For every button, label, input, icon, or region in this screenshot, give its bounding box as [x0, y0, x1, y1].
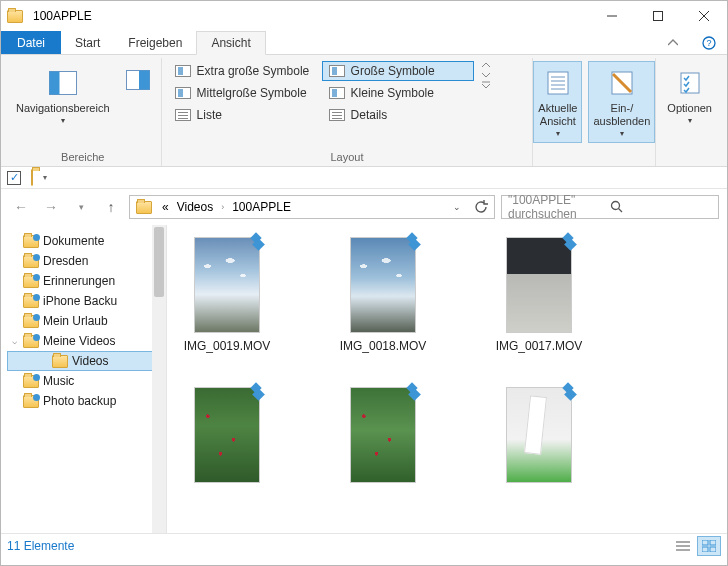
title-bar: 100APPLE	[1, 1, 727, 31]
tree-item-label: Music	[43, 374, 74, 388]
folder-icon	[23, 295, 39, 308]
tree-item[interactable]: Dokumente	[7, 231, 166, 251]
file-item[interactable]: IMG_0018.MOV	[335, 237, 431, 353]
layout-option-medium[interactable]: Mittelgroße Symbole	[168, 83, 320, 103]
tree-item[interactable]: Videos	[7, 351, 166, 371]
refresh-icon	[474, 200, 488, 214]
maximize-button[interactable]	[635, 1, 681, 31]
ribbon-collapse-button[interactable]	[655, 31, 691, 54]
file-item[interactable]: IMG_0019.MOV	[179, 237, 275, 353]
file-name: IMG_0017.MOV	[496, 339, 583, 353]
file-thumbnail	[506, 237, 572, 333]
layout-option-list[interactable]: Liste	[168, 105, 320, 125]
show-hide-button[interactable]: Ein-/ ausblenden ▾	[588, 61, 655, 143]
tree-item[interactable]: Mein Urlaub	[7, 311, 166, 331]
file-name: IMG_0019.MOV	[184, 339, 271, 353]
address-dropdown-button[interactable]: ⌄	[446, 196, 468, 218]
file-name: IMG_0018.MOV	[340, 339, 427, 353]
layout-option-details[interactable]: Details	[322, 105, 474, 125]
scroll-up-icon[interactable]	[480, 61, 492, 69]
tree-scrollbar[interactable]	[152, 225, 166, 533]
layout-option-small[interactable]: Kleine Symbole	[322, 83, 474, 103]
chevron-down-icon[interactable]: ▾	[43, 173, 47, 182]
details-view-icon	[676, 540, 690, 552]
preview-pane-button[interactable]	[121, 61, 155, 95]
address-row: ← → ▾ ↑ « Videos › 100APPLE ⌄ "100APPLE"…	[1, 189, 727, 225]
file-thumbnail	[506, 387, 572, 483]
help-button[interactable]: ?	[691, 31, 727, 54]
close-button[interactable]	[681, 1, 727, 31]
main-area: DokumenteDresdenErinnerungeniPhone Backu…	[1, 225, 727, 533]
current-view-button[interactable]: Aktuelle Ansicht ▾	[533, 61, 582, 143]
details-view-button[interactable]	[671, 536, 695, 556]
tree-item-label: Meine Videos	[43, 334, 116, 348]
tree-item[interactable]: Photo backup	[7, 391, 166, 411]
forward-button[interactable]: →	[39, 195, 63, 219]
file-view[interactable]: IMG_0019.MOVIMG_0018.MOVIMG_0017.MOV	[167, 225, 727, 533]
compressed-badge-icon	[247, 234, 263, 250]
folder-icon	[52, 355, 68, 368]
svg-rect-18	[681, 73, 699, 93]
show-hide-label: Ein-/ ausblenden	[593, 102, 650, 128]
select-all-checkbox[interactable]: ✓	[7, 171, 21, 185]
refresh-button[interactable]	[470, 196, 492, 218]
scroll-down-icon[interactable]	[480, 71, 492, 79]
folder-icon	[23, 395, 39, 408]
tab-file[interactable]: Datei	[1, 31, 61, 54]
breadcrumb-videos[interactable]: Videos	[175, 200, 215, 214]
up-button[interactable]: ↑	[99, 195, 123, 219]
layout-option-large[interactable]: Große Symbole	[322, 61, 474, 81]
navigation-tree[interactable]: DokumenteDresdenErinnerungeniPhone Backu…	[1, 225, 167, 533]
options-button[interactable]: Optionen ▾	[662, 61, 717, 130]
thumbnails-view-icon	[702, 540, 716, 552]
folder-icon	[23, 335, 39, 348]
back-button[interactable]: ←	[9, 195, 33, 219]
address-bar[interactable]: « Videos › 100APPLE ⌄	[129, 195, 495, 219]
tree-item-label: Videos	[72, 354, 108, 368]
recent-locations-button[interactable]: ▾	[69, 195, 93, 219]
tree-item[interactable]: Dresden	[7, 251, 166, 271]
chevron-right-icon[interactable]: ›	[219, 202, 226, 212]
search-input[interactable]: "100APPLE" durchsuchen	[501, 195, 719, 219]
file-item[interactable]	[335, 387, 431, 483]
tree-item-label: Dokumente	[43, 234, 104, 248]
folder-icon	[23, 255, 39, 268]
expand-gallery-icon[interactable]	[480, 81, 492, 89]
file-thumbnail	[194, 237, 260, 333]
compressed-badge-icon	[559, 384, 575, 400]
chevron-down-icon: ▾	[61, 116, 65, 125]
minimize-button[interactable]	[589, 1, 635, 31]
document-columns-icon	[545, 70, 571, 96]
svg-line-20	[619, 209, 623, 213]
tab-share[interactable]: Freigeben	[114, 31, 196, 54]
tab-view[interactable]: Ansicht	[196, 31, 265, 55]
preview-pane-icon	[126, 70, 150, 90]
item-count: 11 Elemente	[7, 539, 74, 553]
ribbon-group-panes: Navigationsbereich ▾ Bereiche	[5, 58, 162, 166]
svg-rect-9	[139, 71, 150, 90]
tree-item[interactable]: Erinnerungen	[7, 271, 166, 291]
tree-item[interactable]: iPhone Backu	[7, 291, 166, 311]
tree-item-label: Photo backup	[43, 394, 116, 408]
expand-toggle-icon[interactable]: ⌵	[9, 336, 19, 346]
file-item[interactable]: IMG_0017.MOV	[491, 237, 587, 353]
navigation-pane-button[interactable]: Navigationsbereich ▾	[11, 61, 115, 130]
tree-item[interactable]: Music	[7, 371, 166, 391]
svg-rect-25	[710, 540, 716, 545]
file-item[interactable]	[491, 387, 587, 483]
folder-icon	[23, 235, 39, 248]
layout-option-extra-large[interactable]: Extra große Symbole	[168, 61, 320, 81]
tree-item[interactable]: ⌵Meine Videos	[7, 331, 166, 351]
ribbon-group-layout: Extra große Symbole Mittelgroße Symbole …	[162, 58, 534, 166]
ribbon-group-layout-label: Layout	[168, 149, 527, 163]
breadcrumb-prefix: «	[160, 200, 171, 214]
thumbnails-view-button[interactable]	[697, 536, 721, 556]
navigation-pane-label: Navigationsbereich	[16, 102, 110, 115]
svg-rect-1	[654, 12, 663, 21]
tab-start[interactable]: Start	[61, 31, 114, 54]
ribbon: Navigationsbereich ▾ Bereiche Extra groß…	[1, 55, 727, 167]
file-thumbnail	[350, 237, 416, 333]
breadcrumb-current[interactable]: 100APPLE	[230, 200, 293, 214]
file-item[interactable]	[179, 387, 275, 483]
ribbon-group-currentview: Aktuelle Ansicht ▾ Ein-/ ausblenden ▾	[533, 58, 656, 166]
